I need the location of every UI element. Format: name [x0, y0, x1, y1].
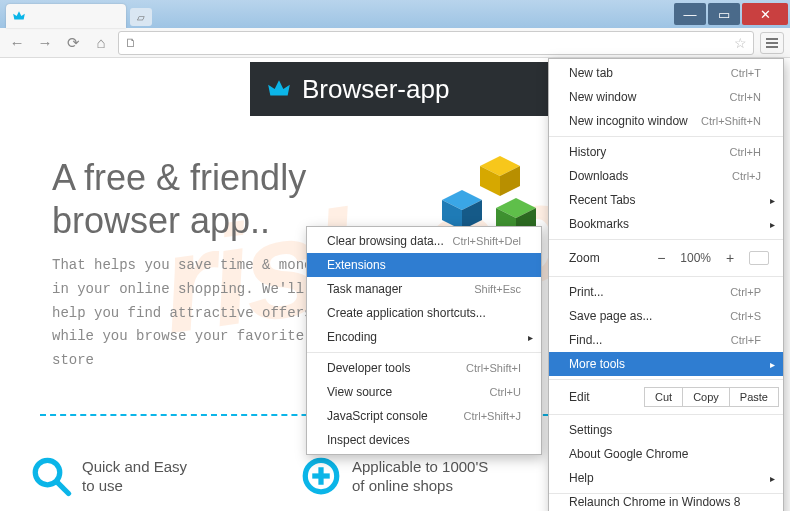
- window-minimize[interactable]: —: [674, 3, 706, 25]
- brand-banner: Browser-app: [250, 62, 550, 116]
- menu-encoding[interactable]: Encoding▸: [307, 325, 541, 349]
- menu-save-page[interactable]: Save page as...Ctrl+S: [549, 304, 783, 328]
- menu-clear-data[interactable]: Clear browsing data...Ctrl+Shift+Del: [307, 229, 541, 253]
- headline: A free & friendly browser app..: [52, 156, 306, 242]
- plus-circle-icon: [300, 455, 342, 497]
- headline-l1: A free & friendly: [52, 156, 306, 199]
- feature-l2: of online shops: [352, 476, 488, 496]
- menu-print[interactable]: Print...Ctrl+P: [549, 280, 783, 304]
- headline-l2: browser app..: [52, 199, 306, 242]
- browser-toolbar: ← → ⟳ ⌂ 🗋 ☆: [0, 28, 790, 58]
- window-titlebar: ▱ — ▭ ✕: [0, 0, 790, 28]
- menu-find[interactable]: Find...Ctrl+F: [549, 328, 783, 352]
- feature-l1: Quick and Easy: [82, 457, 187, 477]
- forward-button[interactable]: →: [34, 32, 56, 54]
- menu-js-console[interactable]: JavaScript consoleCtrl+Shift+J: [307, 404, 541, 428]
- body-copy: That helps you save time & money in your…: [52, 254, 332, 373]
- more-tools-submenu: Clear browsing data...Ctrl+Shift+Del Ext…: [306, 226, 542, 455]
- chevron-right-icon: ▸: [528, 332, 533, 343]
- menu-bookmarks[interactable]: Bookmarks▸: [549, 212, 783, 236]
- menu-history[interactable]: HistoryCtrl+H: [549, 140, 783, 164]
- menu-more-tools[interactable]: More tools▸: [549, 352, 783, 376]
- menu-relaunch-win8[interactable]: Relaunch Chrome in Windows 8 mode: [549, 497, 783, 511]
- tab-strip: ▱: [6, 4, 152, 28]
- menu-task-manager[interactable]: Task managerShift+Esc: [307, 277, 541, 301]
- menu-recent-tabs[interactable]: Recent Tabs▸: [549, 188, 783, 212]
- feature-l2: to use: [82, 476, 187, 496]
- menu-dev-tools[interactable]: Developer toolsCtrl+Shift+I: [307, 356, 541, 380]
- cut-button[interactable]: Cut: [644, 387, 683, 407]
- menu-settings[interactable]: Settings: [549, 418, 783, 442]
- back-button[interactable]: ←: [6, 32, 28, 54]
- separator: [549, 414, 783, 415]
- chevron-right-icon: ▸: [770, 195, 775, 206]
- menu-zoom: Zoom − 100% +: [549, 243, 783, 273]
- bookmark-star-icon[interactable]: ☆: [734, 35, 747, 51]
- menu-new-window[interactable]: New windowCtrl+N: [549, 85, 783, 109]
- zoom-in-button[interactable]: +: [721, 250, 739, 266]
- chevron-right-icon: ▸: [770, 359, 775, 370]
- separator: [549, 493, 783, 494]
- chrome-menu-button[interactable]: [760, 32, 784, 54]
- search-icon: [30, 455, 72, 497]
- feature-shops: Applicable to 1000'Sof online shops: [300, 455, 488, 497]
- svg-line-1: [57, 482, 68, 493]
- chevron-right-icon: ▸: [770, 473, 775, 484]
- window-close[interactable]: ✕: [742, 3, 788, 25]
- browser-tab[interactable]: [6, 4, 126, 28]
- brand-name: Browser-app: [302, 74, 449, 105]
- menu-new-tab[interactable]: New tabCtrl+T: [549, 61, 783, 85]
- separator: [549, 379, 783, 380]
- separator: [549, 239, 783, 240]
- chevron-right-icon: ▸: [770, 219, 775, 230]
- page-icon: 🗋: [125, 36, 137, 50]
- window-maximize[interactable]: ▭: [708, 3, 740, 25]
- separator: [549, 136, 783, 137]
- paste-button[interactable]: Paste: [729, 387, 779, 407]
- hamburger-icon: [766, 42, 778, 44]
- separator: [549, 276, 783, 277]
- menu-about[interactable]: About Google Chrome: [549, 442, 783, 466]
- address-bar[interactable]: 🗋 ☆: [118, 31, 754, 55]
- menu-extensions[interactable]: Extensions: [307, 253, 541, 277]
- crown-favicon: [12, 9, 26, 23]
- menu-downloads[interactable]: DownloadsCtrl+J: [549, 164, 783, 188]
- menu-new-incognito[interactable]: New incognito windowCtrl+Shift+N: [549, 109, 783, 133]
- new-tab-button[interactable]: ▱: [130, 8, 152, 26]
- feature-l1: Applicable to 1000'S: [352, 457, 488, 477]
- menu-view-source[interactable]: View sourceCtrl+U: [307, 380, 541, 404]
- reload-button[interactable]: ⟳: [62, 32, 84, 54]
- chrome-main-menu: New tabCtrl+T New windowCtrl+N New incog…: [548, 58, 784, 511]
- fullscreen-button[interactable]: [749, 251, 769, 265]
- menu-edit: Edit Cut Copy Paste: [549, 383, 783, 411]
- crown-icon: [264, 76, 294, 102]
- copy-button[interactable]: Copy: [682, 387, 730, 407]
- menu-help[interactable]: Help▸: [549, 466, 783, 490]
- home-button[interactable]: ⌂: [90, 32, 112, 54]
- menu-inspect-devices[interactable]: Inspect devices: [307, 428, 541, 452]
- menu-app-shortcuts[interactable]: Create application shortcuts...: [307, 301, 541, 325]
- zoom-out-button[interactable]: −: [652, 250, 670, 266]
- separator: [307, 352, 541, 353]
- feature-quick: Quick and Easyto use: [30, 455, 187, 497]
- zoom-value: 100%: [680, 251, 711, 265]
